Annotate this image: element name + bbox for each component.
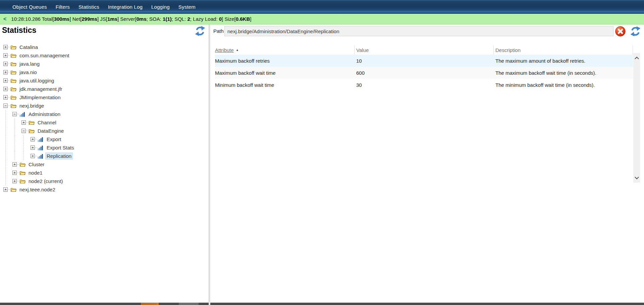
bar-chart-icon <box>38 145 44 150</box>
folder-icon <box>10 45 17 50</box>
tree-connector <box>8 97 10 98</box>
tree-item-java-nio[interactable]: +java.nio <box>0 68 209 76</box>
tree-item-node2-current[interactable]: +node2 (current) <box>0 177 209 185</box>
cell-description: The maximum amount of backoff retries. <box>494 58 633 64</box>
tree-item-cluster[interactable]: +Cluster <box>0 160 209 169</box>
tree-expand-toggle[interactable]: + <box>21 120 26 125</box>
close-icon[interactable] <box>615 26 626 37</box>
refresh-icon[interactable] <box>195 25 206 37</box>
menu-item-object-queues[interactable]: Object Queues <box>8 4 51 10</box>
bar-chart-icon <box>38 154 44 159</box>
tree-item-administration[interactable]: −Administration <box>0 110 209 118</box>
table-row[interactable]: Maximum backoff retries10The maximum amo… <box>215 55 633 67</box>
tree-connector <box>35 156 38 156</box>
vertical-scrollbar[interactable] <box>633 53 640 183</box>
column-header-label: Attribute <box>215 47 234 53</box>
folder-icon <box>19 162 26 167</box>
tree-expand-toggle[interactable]: + <box>3 62 8 66</box>
chevron-up-icon <box>635 56 639 61</box>
refresh-icon[interactable] <box>630 26 641 37</box>
column-header-label: Description <box>495 47 521 53</box>
tree-connector <box>8 47 10 47</box>
tree-expand-toggle[interactable]: + <box>3 53 8 58</box>
table-row[interactable]: Minimum backoff wait time30The minimum b… <box>215 79 633 91</box>
tree-expand-toggle[interactable]: + <box>3 187 8 192</box>
tree-indent-guide <box>12 118 21 127</box>
cell-attribute: Maximum backoff retries <box>215 58 355 64</box>
tree-connector <box>17 114 19 114</box>
bar-chart-icon <box>38 137 44 142</box>
tree-expand-toggle[interactable]: + <box>31 154 35 158</box>
tree-expand-toggle[interactable]: + <box>12 162 17 167</box>
tree-expand-toggle[interactable]: + <box>3 78 8 83</box>
status-segment: 0 <box>219 16 222 22</box>
status-segment: ] <box>250 16 251 22</box>
tree-item-export[interactable]: +Export <box>0 135 209 143</box>
tree-item-nexj-bridge[interactable]: −nexj.bridge <box>0 102 209 110</box>
tree-item-channel[interactable]: +Channel <box>0 118 209 127</box>
tree-item-replication[interactable]: +Replication <box>0 152 209 160</box>
tree-indent-guide <box>3 177 12 185</box>
tree-expand-toggle[interactable]: + <box>3 95 8 100</box>
tree-item-node1[interactable]: +node1 <box>0 169 209 177</box>
tree-expand-toggle[interactable]: + <box>12 171 17 175</box>
tree-item-nexj-teee-node2[interactable]: +nexj.teee.node2 <box>0 185 209 194</box>
tree-item-jdk-management-jfr[interactable]: +jdk.management.jfr <box>0 85 209 93</box>
status-segment: 1(1) <box>163 16 172 22</box>
tree-item-java-lang[interactable]: +java.lang <box>0 60 209 68</box>
tree-item-export-stats[interactable]: +Export Stats <box>0 143 209 152</box>
tree-expand-toggle[interactable]: + <box>31 137 35 141</box>
tree-expand-toggle[interactable]: + <box>12 179 17 183</box>
tree-item-label: node2 (current) <box>28 178 64 184</box>
bottom-scrollbar-thumb-orange[interactable] <box>141 303 159 305</box>
cell-attribute: Minimum backoff wait time <box>215 82 355 88</box>
folder-icon <box>29 128 35 134</box>
path-input[interactable] <box>224 26 613 36</box>
menu-item-integration-log[interactable]: Integration Log <box>104 4 147 10</box>
tree-connector <box>17 181 19 181</box>
column-header-attribute[interactable]: Attribute▲ <box>215 45 355 55</box>
tree-connector <box>8 189 10 190</box>
menu-item-filters[interactable]: Filters <box>51 4 74 10</box>
tree-item-label: com.sun.management <box>18 52 70 59</box>
tree-expand-toggle[interactable]: + <box>3 70 8 74</box>
bar-chart-icon <box>19 112 26 117</box>
menu-item-system[interactable]: System <box>174 4 200 10</box>
status-segment: ] JS[ <box>97 16 107 22</box>
menu-item-logging[interactable]: Logging <box>147 4 174 10</box>
status-bar: < 10:28:10.286 Total[300ms] Net[299ms] J… <box>0 14 644 24</box>
tree-expand-toggle[interactable]: + <box>3 87 8 91</box>
column-header-description[interactable]: Description <box>494 45 633 55</box>
cell-value: 600 <box>355 70 494 76</box>
menu-item-statistics[interactable]: Statistics <box>74 4 104 10</box>
status-back-arrow[interactable]: < <box>0 16 11 22</box>
tree-item-label: DataEngine <box>37 128 65 134</box>
cell-value: 30 <box>355 82 494 88</box>
scroll-up-button[interactable] <box>633 54 640 62</box>
tree-expand-toggle[interactable]: − <box>3 104 8 108</box>
column-header-value[interactable]: Value <box>355 45 494 55</box>
tree-expand-toggle[interactable]: + <box>3 45 8 49</box>
tree-item-dataengine[interactable]: −DataEngine <box>0 127 209 135</box>
bottom-scrollbar-thumb-gray[interactable] <box>179 303 199 305</box>
tree-connector <box>17 164 19 165</box>
tree-item-catalina[interactable]: +Catalina <box>0 43 209 51</box>
tree-indent-guide <box>3 118 12 127</box>
tree-connector <box>35 139 38 139</box>
tree-item-jmimplementation[interactable]: +JMImplementation <box>0 93 209 102</box>
sort-ascending-icon: ▲ <box>236 48 239 52</box>
tree-expand-toggle[interactable]: − <box>12 112 17 116</box>
folder-icon <box>10 78 17 83</box>
tree-indent-guide <box>3 110 12 118</box>
status-segment: 299ms <box>82 16 97 22</box>
tree-expand-toggle[interactable]: − <box>21 129 26 133</box>
tree-indent-guide <box>12 143 21 152</box>
status-segment: ] Server[ <box>117 16 137 22</box>
tree-item-com-sun-management[interactable]: +com.sun.management <box>0 51 209 60</box>
tree-expand-toggle[interactable]: + <box>31 145 35 150</box>
tree-indent-guide <box>21 135 31 143</box>
table-row[interactable]: Maximum backoff wait time600The maximum … <box>215 67 633 79</box>
scroll-down-button[interactable] <box>633 174 640 182</box>
status-segment: 0.6KB <box>236 16 250 22</box>
tree-item-java-util-logging[interactable]: +java.util.logging <box>0 76 209 85</box>
